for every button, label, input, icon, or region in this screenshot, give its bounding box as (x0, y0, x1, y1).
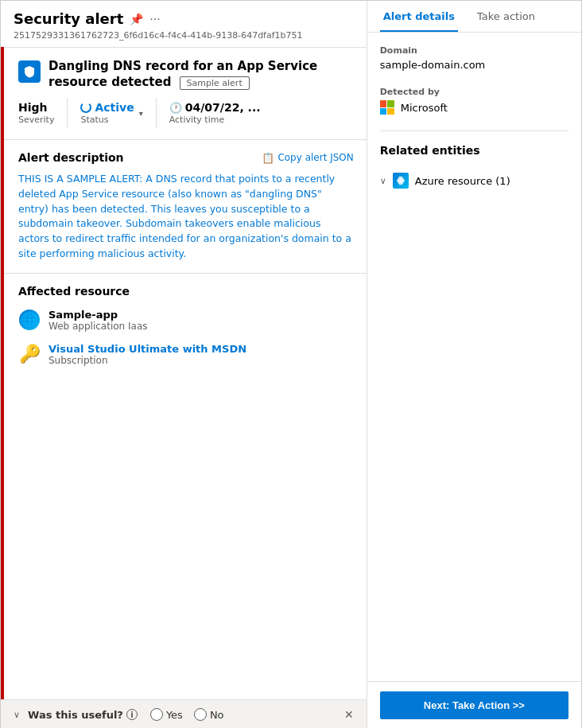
status-label: Status (80, 115, 134, 125)
status-value-row: Active (80, 101, 134, 114)
header-section: Security alert 📌 ··· 2517529331361762723… (1, 1, 367, 48)
next-take-action-button[interactable]: Next: Take Action >> (380, 691, 568, 719)
affected-resource-section: Affected resource Sample-app Web applica… (1, 274, 367, 729)
app-resource-item: Sample-app Web application Iaas (18, 309, 354, 332)
feedback-no-option[interactable]: No (194, 708, 224, 721)
feedback-label: Was this useful? i (28, 709, 138, 721)
description-section: Alert description 📋 Copy alert JSON THIS… (1, 140, 367, 274)
metrics-row: High Severity Active Status ▾ 🕐 (18, 98, 354, 128)
domain-group: Domain sample-domain.com (380, 45, 568, 71)
page-title: Security alert (14, 10, 123, 27)
spinner-icon (80, 102, 91, 113)
severity-value: High (18, 101, 54, 114)
microsoft-logo (380, 100, 394, 115)
key-icon: 🔑 (18, 343, 41, 365)
azure-cube-icon (393, 173, 409, 189)
detected-by-label: Detected by (380, 87, 568, 97)
ms-logo-green (387, 100, 394, 107)
status-metric: Active Status ▾ (80, 98, 156, 128)
tab-take-action[interactable]: Take action (474, 1, 538, 32)
subscription-info: Visual Studio Ultimate with MSDN Subscri… (48, 343, 246, 366)
activity-metric: 🕐 04/07/22, ... Activity time (169, 98, 274, 128)
right-content: Domain sample-domain.com Detected by Mic… (367, 33, 581, 681)
severity-accent (1, 47, 4, 728)
ms-logo-blue (380, 108, 387, 115)
activity-label: Activity time (169, 115, 261, 125)
ms-logo-yellow (387, 108, 394, 115)
affected-resource-title: Affected resource (18, 285, 130, 298)
alert-id: 2517529331361762723_6f6d16c4-f4c4-414b-9… (14, 30, 354, 41)
yes-label: Yes (166, 709, 183, 721)
activity-value-row: 🕐 04/07/22, ... (169, 101, 261, 114)
clock-icon: 🕐 (169, 102, 182, 114)
no-radio[interactable] (194, 708, 207, 721)
right-bottom: Next: Take Action >> (367, 681, 581, 728)
right-tabs: Alert details Take action (367, 1, 581, 33)
app-name: Sample-app (48, 309, 147, 321)
subscription-link[interactable]: Visual Studio Ultimate with MSDN (48, 343, 246, 355)
app-type: Web application Iaas (48, 321, 147, 332)
copy-alert-json-button[interactable]: 📋 Copy alert JSON (262, 152, 353, 164)
right-panel: Alert details Take action Domain sample-… (367, 1, 581, 728)
severity-metric: High Severity (18, 98, 68, 128)
feedback-info-icon[interactable]: i (126, 709, 138, 720)
shield-icon (18, 60, 41, 83)
related-entities-title: Related entities (380, 144, 568, 157)
globe-icon (18, 309, 41, 331)
yes-radio[interactable] (150, 708, 163, 721)
detected-by-group: Detected by Microsoft (380, 87, 568, 115)
severity-label: Severity (18, 115, 54, 125)
domain-label: Domain (380, 45, 568, 56)
copy-icon: 📋 (262, 152, 274, 164)
app-resource-info: Sample-app Web application Iaas (48, 309, 147, 332)
azure-resource-label: Azure resource (1) (415, 175, 510, 187)
alert-info-section: Dangling DNS record for an App Service r… (1, 48, 367, 140)
left-panel: Security alert 📌 ··· 2517529331361762723… (1, 1, 367, 728)
feedback-bar: ∨ Was this useful? i Yes No ✕ (1, 699, 367, 728)
azure-resource-entity: ∨ Azure resource (1) (380, 168, 568, 193)
detected-by-row: Microsoft (380, 100, 568, 115)
feedback-close-icon[interactable]: ✕ (344, 708, 354, 721)
tab-alert-details[interactable]: Alert details (380, 1, 458, 32)
domain-value: sample-domain.com (380, 59, 568, 71)
subscription-type: Subscription (48, 355, 246, 366)
detected-by-value: Microsoft (401, 102, 448, 114)
feedback-radio-group: Yes No (150, 708, 224, 721)
pin-icon[interactable]: 📌 (130, 13, 143, 25)
feedback-chevron-icon[interactable]: ∨ (14, 710, 20, 720)
status-chevron-icon[interactable]: ▾ (139, 109, 143, 118)
no-label: No (210, 709, 224, 721)
more-menu-icon[interactable]: ··· (149, 13, 160, 25)
copy-link-label: Copy alert JSON (277, 152, 353, 163)
divider (380, 130, 568, 131)
subscription-resource-item: 🔑 Visual Studio Ultimate with MSDN Subsc… (18, 343, 354, 366)
sample-badge: Sample alert (180, 76, 250, 90)
alert-title: Dangling DNS record for an App Service r… (48, 59, 354, 90)
status-value: Active (95, 101, 134, 114)
ms-logo-red (380, 100, 387, 107)
activity-value: 04/07/22, ... (185, 101, 261, 114)
description-text: THIS IS A SAMPLE ALERT: A DNS record tha… (18, 172, 354, 262)
description-title: Alert description (18, 151, 124, 164)
feedback-yes-option[interactable]: Yes (150, 708, 183, 721)
entity-chevron-icon[interactable]: ∨ (380, 176, 386, 186)
